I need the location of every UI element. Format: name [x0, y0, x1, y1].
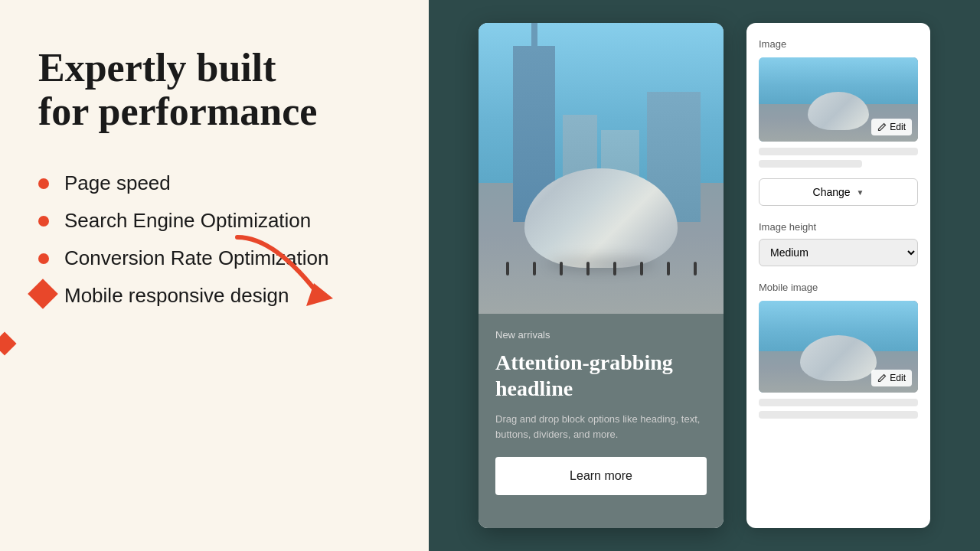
mobile-preview-card: New arrivals Attention-grabbing headline… — [479, 23, 724, 528]
bullet-dot — [38, 216, 49, 227]
person-silhouette — [586, 262, 590, 276]
person-silhouette — [533, 262, 536, 276]
diamond-icon — [0, 332, 17, 356]
bullet-dot — [38, 178, 49, 189]
bullet-dot — [38, 253, 49, 264]
mobile-placeholder-line-2 — [759, 411, 918, 419]
person-silhouette — [613, 262, 616, 276]
preview-description: Drag and drop block options like heading… — [495, 412, 707, 442]
left-panel: Expertly built for performance Page spee… — [0, 0, 429, 551]
list-item: Page speed — [38, 171, 390, 195]
main-title: Expertly built for performance — [38, 46, 390, 133]
mobile-image-label: Mobile image — [759, 282, 918, 293]
person-silhouette — [506, 262, 509, 276]
mobile-image-edit-button[interactable]: Edit — [871, 370, 912, 386]
person-silhouette — [694, 262, 697, 276]
diamond-icon — [28, 279, 58, 310]
image-section-title: Image — [759, 38, 918, 50]
preview-hero-image — [479, 23, 724, 314]
person-silhouette — [667, 262, 670, 276]
image-height-label: Image height — [759, 221, 918, 233]
change-button[interactable]: Change — [759, 178, 918, 206]
person-silhouette — [640, 262, 643, 276]
diamond-decoration — [0, 276, 54, 352]
pencil-icon — [877, 122, 887, 132]
image-thumbnail: Edit — [759, 57, 918, 142]
mobile-placeholder-line-1 — [759, 399, 918, 406]
settings-panel: Image Edit Change Image height SmallMedi… — [746, 23, 930, 528]
right-section: New arrivals Attention-grabbing headline… — [429, 0, 980, 551]
mobile-image-thumbnail: Edit — [759, 301, 918, 393]
image-height-select[interactable]: SmallMediumLargeFull screen — [759, 239, 918, 266]
product-tag: New arrivals — [495, 329, 707, 341]
person-silhouette — [560, 262, 563, 276]
preview-headline: Attention-grabbing headline — [495, 350, 707, 401]
learn-more-button[interactable]: Learn more — [495, 457, 707, 495]
people-silhouettes — [479, 262, 724, 276]
arrow-decoration — [214, 222, 368, 337]
pencil-icon — [877, 373, 887, 383]
preview-content: New arrivals Attention-grabbing headline… — [479, 314, 724, 528]
image-edit-button[interactable]: Edit — [871, 119, 912, 135]
placeholder-line-1 — [759, 148, 918, 155]
placeholder-line-2 — [759, 160, 862, 168]
